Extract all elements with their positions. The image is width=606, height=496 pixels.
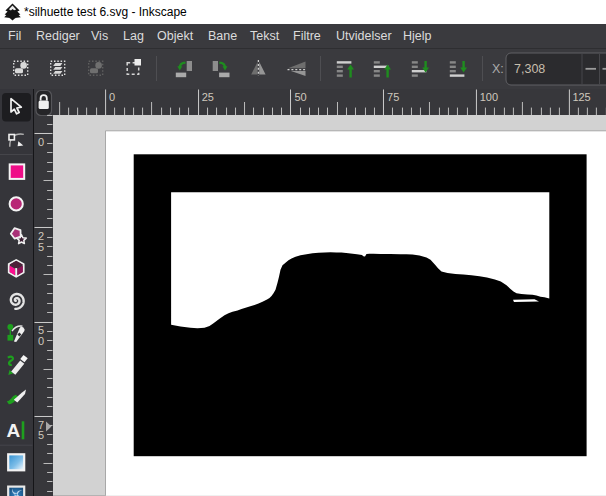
svg-text:125: 125 [572, 90, 590, 102]
svg-text:A: A [7, 420, 21, 441]
svg-text:0: 0 [38, 136, 44, 148]
svg-text:50: 50 [294, 90, 306, 102]
svg-text:5: 5 [38, 241, 44, 253]
svg-text:100: 100 [479, 90, 497, 102]
svg-text:7,308: 7,308 [514, 62, 545, 76]
svg-text:25: 25 [201, 90, 213, 102]
svg-text:0: 0 [109, 90, 115, 102]
svg-text:75: 75 [387, 90, 399, 102]
svg-text:X:: X: [492, 62, 504, 76]
svg-text:5: 5 [38, 429, 44, 441]
svg-text:0: 0 [38, 335, 44, 347]
